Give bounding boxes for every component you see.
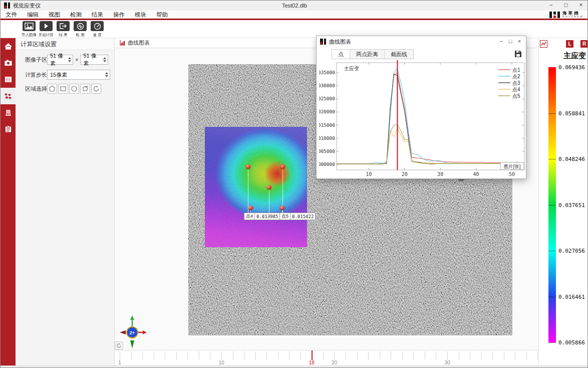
rotate-icon bbox=[93, 85, 100, 92]
step-spinner[interactable]: 15像素 bbox=[47, 70, 110, 80]
point-marker-1[interactable] bbox=[246, 164, 250, 169]
svg-text:20: 20 bbox=[402, 171, 408, 177]
chart-maximize-button[interactable]: □ bbox=[506, 37, 515, 46]
strain-line-chart: 0.0000000.0050000.0100000.0150000.020000… bbox=[319, 60, 525, 177]
menu-item-4[interactable]: 结果 bbox=[87, 11, 108, 19]
statusbar bbox=[1, 365, 588, 368]
menu-item-7[interactable]: 帮助 bbox=[151, 11, 173, 19]
spinner-arrows-icon[interactable] bbox=[104, 70, 110, 79]
curve-chart-toggle-button[interactable] bbox=[540, 40, 547, 48]
chart-xlabel: 图片[张] bbox=[504, 163, 521, 169]
timeline-tick bbox=[255, 351, 256, 359]
point-marker-3[interactable] bbox=[267, 185, 271, 190]
point-marker-2[interactable] bbox=[280, 164, 285, 169]
region-polygon-edit-button[interactable] bbox=[80, 84, 90, 94]
tab-curve-chart[interactable]: 曲线图表 bbox=[115, 38, 155, 48]
export-icon bbox=[57, 21, 70, 31]
sidebar-item-strain-field[interactable] bbox=[1, 88, 16, 104]
sidebar-item-report[interactable] bbox=[1, 121, 16, 137]
chart-close-button[interactable]: × bbox=[515, 37, 524, 46]
sidebar-item-home[interactable] bbox=[1, 38, 16, 55]
timeline-label-1: 1 bbox=[118, 360, 121, 365]
haytham-logo-icon bbox=[549, 12, 560, 18]
bar-chart-icon bbox=[120, 40, 125, 46]
chart-minimize-button[interactable]: − bbox=[497, 37, 506, 46]
detect-button[interactable]: 检 测 bbox=[72, 20, 89, 38]
subset-y-spinner[interactable]: 51 像素 bbox=[80, 55, 108, 65]
point4-value-tooltip: 点40.013985 bbox=[244, 213, 280, 220]
strain-heatmap-roi[interactable] bbox=[205, 127, 307, 247]
region-rotate-button[interactable] bbox=[91, 84, 101, 94]
timeline-tick bbox=[368, 351, 369, 359]
menu-item-6[interactable]: 模块 bbox=[130, 11, 151, 19]
timeline-tick bbox=[447, 351, 448, 359]
legend-点3: 点3 bbox=[512, 80, 520, 86]
curve-chart-window[interactable]: 曲线图表 − □ × 点两点距离截面线 0.0000000.0050000.01… bbox=[316, 36, 526, 179]
frame-timeline[interactable]: 11018203040 bbox=[115, 350, 588, 365]
result-button[interactable]: 结 果 bbox=[55, 20, 72, 38]
timeline-tick bbox=[233, 351, 233, 359]
right-camera-button[interactable]: R bbox=[580, 40, 588, 48]
chart-tab-2[interactable]: 截面线 bbox=[385, 50, 413, 59]
sidebar-item-camera[interactable] bbox=[1, 55, 16, 71]
region-circle-button[interactable] bbox=[69, 84, 79, 94]
sidebar-item-subset-grid[interactable] bbox=[1, 71, 16, 88]
timeline-tick bbox=[459, 351, 459, 359]
gizmo-z-label: Z+ bbox=[130, 330, 135, 335]
panel-title: 计算区域设置 bbox=[16, 38, 114, 50]
timeline-tick bbox=[301, 351, 301, 359]
timeline-tick bbox=[380, 351, 380, 359]
timeline-tick bbox=[323, 351, 324, 359]
pulse-icon bbox=[74, 21, 87, 31]
timeline-tick bbox=[221, 351, 222, 359]
document-title: Test02.dlb bbox=[1, 3, 588, 9]
subset-x-spinner[interactable]: 51 像素 bbox=[47, 55, 73, 65]
menu-item-1[interactable]: 编辑 bbox=[22, 11, 44, 19]
menu-item-3[interactable]: 检测 bbox=[65, 11, 87, 19]
timeline-tick bbox=[244, 351, 244, 359]
timeline-tick bbox=[425, 351, 425, 359]
plot-area bbox=[337, 63, 524, 170]
svg-text:0.020000: 0.020000 bbox=[319, 109, 335, 114]
spinner-arrows-icon[interactable] bbox=[102, 55, 108, 64]
brand-latin: HAYTHAM bbox=[562, 16, 583, 19]
sidebar-item-stamp[interactable] bbox=[1, 104, 16, 121]
chart-tab-0[interactable]: 点 bbox=[332, 50, 350, 59]
step-label: 计算步长 bbox=[25, 71, 47, 79]
timeline-tick bbox=[357, 351, 358, 359]
menu-item-5[interactable]: 操作 bbox=[108, 11, 130, 19]
point5-value-tooltip: 点50.015422 bbox=[279, 213, 316, 220]
left-camera-button[interactable]: L bbox=[566, 40, 573, 48]
brand-name: 海萃姆 bbox=[562, 11, 583, 16]
colorbar-value-4: 0.027056 bbox=[558, 248, 588, 254]
timeline-tick bbox=[120, 351, 120, 359]
spinner-arrows-icon[interactable] bbox=[67, 55, 73, 64]
timeline-tick bbox=[266, 351, 267, 359]
reset-view-button[interactable] bbox=[115, 341, 123, 350]
chart-tab-1[interactable]: 两点距离 bbox=[350, 50, 385, 59]
legend-点4: 点4 bbox=[512, 87, 520, 92]
svg-text:30: 30 bbox=[437, 171, 443, 177]
start-calculation-button[interactable]: 开始计算 bbox=[38, 20, 55, 38]
chart-title: 主应变 bbox=[344, 66, 359, 71]
colorbar-tick bbox=[548, 113, 556, 114]
clipboard-icon bbox=[4, 125, 13, 133]
subset-separator: × bbox=[75, 57, 78, 63]
timeline-tick bbox=[481, 351, 482, 359]
menu-item-0[interactable]: 文件 bbox=[1, 11, 22, 19]
timeline-current-marker[interactable] bbox=[312, 350, 313, 360]
grid-icon bbox=[4, 75, 13, 84]
save-icon[interactable] bbox=[514, 50, 522, 58]
timeline-tick bbox=[142, 351, 143, 359]
menu-item-2[interactable]: 视图 bbox=[44, 11, 65, 19]
chart-window-titlebar[interactable]: 曲线图表 − □ × bbox=[317, 36, 526, 47]
svg-text:0.030000: 0.030000 bbox=[319, 83, 335, 88]
point-marker-5[interactable] bbox=[280, 206, 284, 210]
import-image-button[interactable]: 导入图像 bbox=[21, 20, 38, 38]
speed-button[interactable]: 速 度 bbox=[89, 20, 106, 38]
polygon-edit-icon bbox=[82, 85, 89, 92]
region-rectangle-button[interactable] bbox=[58, 84, 68, 94]
point-marker-4[interactable] bbox=[248, 206, 253, 210]
region-polygon-button[interactable] bbox=[47, 84, 57, 94]
brand-logo: 海萃姆 HAYTHAM bbox=[549, 11, 588, 19]
